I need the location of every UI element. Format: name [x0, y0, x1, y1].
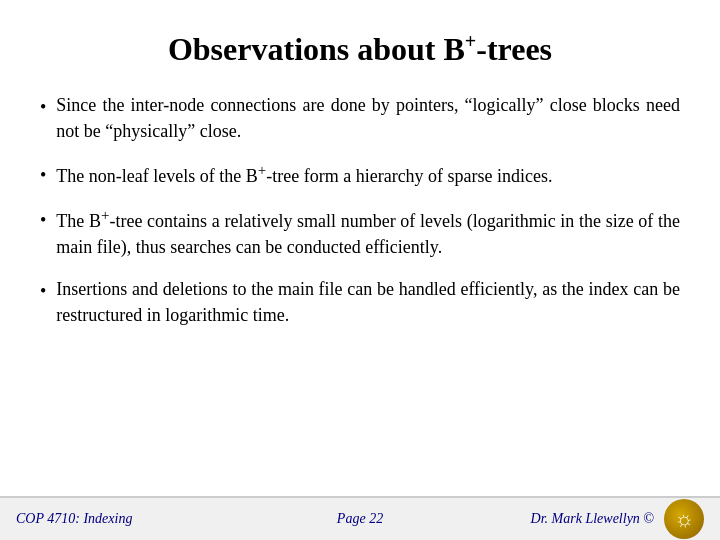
footer-page: Page 22 — [245, 511, 474, 527]
slide: Observations about B+-trees • Since the … — [0, 0, 720, 540]
logo-symbol: ☼ — [672, 506, 696, 531]
bullet-4: • Insertions and deletions to the main f… — [40, 276, 680, 328]
footer-course: COP 4710: Indexing — [16, 511, 245, 527]
footer: COP 4710: Indexing Page 22 Dr. Mark Llew… — [0, 496, 720, 540]
bullet-text-2: The non-leaf levels of the B+-tree form … — [56, 160, 680, 189]
title-superscript: + — [465, 30, 476, 52]
bullet-text-4: Insertions and deletions to the main fil… — [56, 276, 680, 328]
university-logo: ☼ — [664, 499, 704, 539]
bullet-2: • The non-leaf levels of the B+-tree for… — [40, 160, 680, 189]
bullet-dot-3: • — [40, 207, 46, 233]
bullet-text-1: Since the inter-node connections are don… — [56, 92, 680, 144]
footer-author-text: Dr. Mark Llewellyn © — [531, 511, 654, 527]
bullet-3: • The B+-tree contains a relatively smal… — [40, 205, 680, 260]
slide-title: Observations about B+-trees — [40, 30, 680, 68]
bullet-text-3: The B+-tree contains a relatively small … — [56, 205, 680, 260]
title-text-after: -trees — [476, 31, 552, 67]
title-text-before: Observations about B — [168, 31, 465, 67]
footer-author: Dr. Mark Llewellyn © ☼ — [475, 499, 704, 539]
bullet-dot-2: • — [40, 162, 46, 188]
bullet-dot-4: • — [40, 278, 46, 304]
content-area: • Since the inter-node connections are d… — [40, 92, 680, 540]
bullet-1: • Since the inter-node connections are d… — [40, 92, 680, 144]
bullet-dot-1: • — [40, 94, 46, 120]
